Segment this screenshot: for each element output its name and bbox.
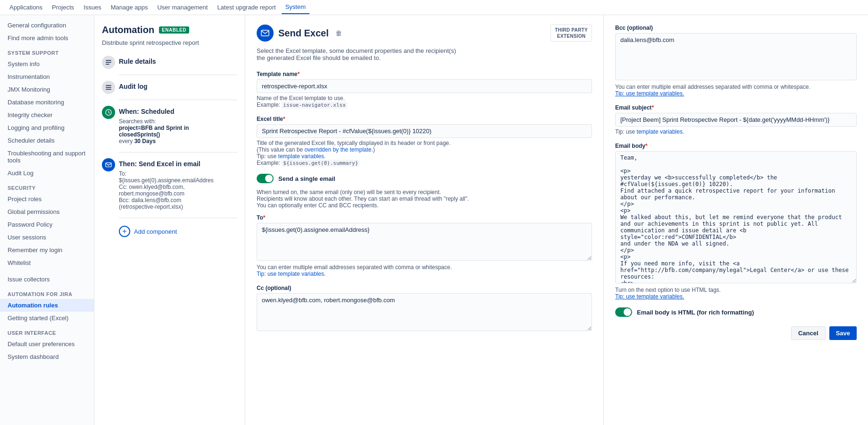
sidebar-section-automation: AUTOMATION FOR JIRA [0, 286, 94, 299]
timeline-detail-scheduled: Searches with: project=BFB and Sprint in… [119, 118, 237, 144]
timeline-label-send-excel[interactable]: Then: Send Excel in email [119, 158, 237, 170]
email-body-group: Email body* Team, <p> yesterday we <b>su… [615, 143, 857, 300]
nav-latest-upgrade-report[interactable]: Latest upgrade report [213, 1, 279, 14]
overridden-link[interactable]: overridden by the template [304, 146, 371, 153]
nav-system[interactable]: System [282, 0, 309, 14]
sidebar-item-troubleshooting[interactable]: Troubleshooting and support tools [0, 147, 94, 167]
cc-input[interactable]: owen.klyed@bfb.com, robert.mongose@bfb.c… [257, 293, 592, 331]
sidebar-item-system-dashboard[interactable]: System dashboard [0, 350, 94, 363]
sidebar-item-general-configuration[interactable]: General configuration [0, 19, 94, 32]
template-name-group: Template name* Name of the Excel templat… [257, 71, 592, 108]
timeline-icon-scheduled [102, 106, 115, 119]
timeline-label-audit-log[interactable]: Audit log [119, 81, 237, 92]
sidebar-section-user-interface: USER INTERFACE [0, 324, 94, 338]
sidebar-item-logging-profiling[interactable]: Logging and profiling [0, 121, 94, 134]
sidebar-item-integrity-checker[interactable]: Integrity checker [0, 109, 94, 121]
template-vars-link-body[interactable]: Tip: use template variables. [615, 293, 684, 300]
email-body-html-toggle[interactable] [615, 307, 632, 317]
email-body-html-toggle-row: Email body is HTML (for rich formatting) [615, 307, 857, 317]
email-subject-group: Email subject* Tip: use template variabl… [615, 104, 857, 135]
delete-button[interactable]: 🗑 [334, 27, 344, 39]
email-body-input[interactable]: Team, <p> yesterday we <b>successfully c… [615, 151, 857, 283]
cc-label: Cc (optional) [257, 285, 592, 291]
sidebar-item-automation-rules[interactable]: Automation rules [0, 299, 94, 312]
cc-group: Cc (optional) owen.klyed@bfb.com, robert… [257, 285, 592, 332]
timeline-label-when-scheduled[interactable]: When: Scheduled [119, 106, 237, 117]
excel-title-group: Excel title* Title of the generated Exce… [257, 116, 592, 166]
email-subject-label: Email subject* [615, 104, 857, 111]
timeline-item-send-excel: Then: Send Excel in email To: ${issues.g… [119, 158, 237, 210]
timeline: Rule details Audit log When: Scheduled [102, 56, 237, 239]
email-subject-hint: Tip: use template variables. [615, 128, 857, 135]
sidebar-item-default-user-preferences[interactable]: Default user preferences [0, 338, 94, 350]
template-name-hint: Name of the Excel template to use.Exampl… [257, 95, 592, 108]
svg-rect-0 [106, 60, 111, 61]
svg-line-8 [108, 112, 110, 113]
bcc-hint: You can enter multiple email addresses s… [615, 84, 857, 97]
save-button[interactable]: Save [829, 326, 857, 340]
sidebar-section-security: SECURITY [0, 179, 94, 193]
bcc-input[interactable]: dalia.lens@bfb.com [615, 33, 857, 80]
sidebar-item-jmx-monitoring[interactable]: JMX Monitoring [0, 83, 94, 96]
form-panel: Send Excel 🗑 THIRD PARTY EXTENSION Selec… [245, 15, 604, 425]
add-circle-icon: + [119, 226, 130, 237]
sidebar-item-project-roles[interactable]: Project roles [0, 193, 94, 205]
send-single-email-label: Send a single email [278, 175, 335, 182]
sidebar-item-audit-log[interactable]: Audit Log [0, 167, 94, 179]
form-title: Send Excel [278, 28, 329, 39]
send-single-email-toggle[interactable] [257, 174, 274, 183]
excel-title-label: Excel title* [257, 116, 592, 122]
automation-panel: Automation ENABLED Distribute sprint ret… [94, 15, 245, 425]
svg-rect-1 [106, 62, 111, 63]
sidebar-item-issue-collectors[interactable]: Issue collectors [0, 273, 94, 286]
add-component-button[interactable]: + Add component [119, 224, 237, 239]
nav-user-management[interactable]: User management [153, 1, 211, 14]
sidebar-item-system-info[interactable]: System info [0, 58, 94, 70]
automation-subtitle: Distribute sprint retrospective report [102, 39, 237, 46]
template-name-input[interactable] [257, 79, 592, 93]
to-hint: You can enter multiple email addresses s… [257, 264, 592, 277]
automation-title: Automation [102, 25, 154, 35]
to-input[interactable]: ${issues.get(0).assignee.emailAddress} [257, 223, 592, 261]
nav-projects[interactable]: Projects [48, 1, 78, 14]
sidebar-item-password-policy[interactable]: Password Policy [0, 218, 94, 231]
email-body-hint: Turn on the next option to use HTML tags… [615, 287, 857, 300]
sidebar-item-remember-login[interactable]: Remember my login [0, 244, 94, 256]
sidebar-item-user-sessions[interactable]: User sessions [0, 231, 94, 244]
to-group: To* ${issues.get(0).assignee.emailAddres… [257, 214, 592, 277]
nav-issues[interactable]: Issues [80, 1, 105, 14]
cancel-button[interactable]: Cancel [791, 326, 826, 340]
email-subject-input[interactable] [615, 113, 857, 127]
timeline-item-rule-details: Rule details [119, 56, 237, 67]
timeline-label-rule-details[interactable]: Rule details [119, 56, 237, 67]
sidebar-item-database-monitoring[interactable]: Database monitoring [0, 96, 94, 109]
template-name-label: Template name* [257, 71, 592, 77]
svg-rect-5 [106, 89, 111, 90]
top-nav: Applications Projects Issues Manage apps… [0, 0, 868, 15]
template-vars-link-to[interactable]: Tip: use template variables. [257, 271, 326, 277]
excel-title-input[interactable] [257, 124, 592, 138]
timeline-divider-4 [119, 218, 237, 218]
sidebar-item-getting-started-excel[interactable]: Getting started (Excel) [0, 312, 94, 324]
timeline-icon-rule-details [102, 56, 115, 69]
send-single-email-toggle-row: Send a single email [257, 174, 592, 183]
sidebar-item-find-more-admin-tools[interactable]: Find more admin tools [0, 32, 94, 44]
bcc-label: Bcc (optional) [615, 25, 857, 31]
svg-rect-3 [106, 85, 111, 86]
timeline-icon-audit-log [102, 81, 115, 94]
nav-manage-apps[interactable]: Manage apps [107, 1, 152, 14]
enabled-badge: ENABLED [159, 26, 189, 34]
template-vars-link-bcc[interactable]: Tip: use template variables. [615, 90, 684, 97]
nav-applications[interactable]: Applications [6, 1, 46, 14]
sidebar-item-scheduler-details[interactable]: Scheduler details [0, 134, 94, 147]
sidebar-item-instrumentation[interactable]: Instrumentation [0, 70, 94, 83]
email-body-label: Email body* [615, 143, 857, 149]
sidebar-item-whitelist[interactable]: Whitelist [0, 256, 94, 269]
timeline-divider-1 [119, 75, 237, 75]
svg-rect-2 [106, 64, 109, 65]
sidebar-item-global-permissions[interactable]: Global permissions [0, 205, 94, 218]
bcc-group: Bcc (optional) dalia.lens@bfb.com You ca… [615, 25, 857, 97]
template-vars-link-subject[interactable]: template variables [637, 128, 683, 135]
template-vars-link-title[interactable]: template variables [278, 153, 324, 160]
svg-rect-4 [106, 87, 111, 88]
